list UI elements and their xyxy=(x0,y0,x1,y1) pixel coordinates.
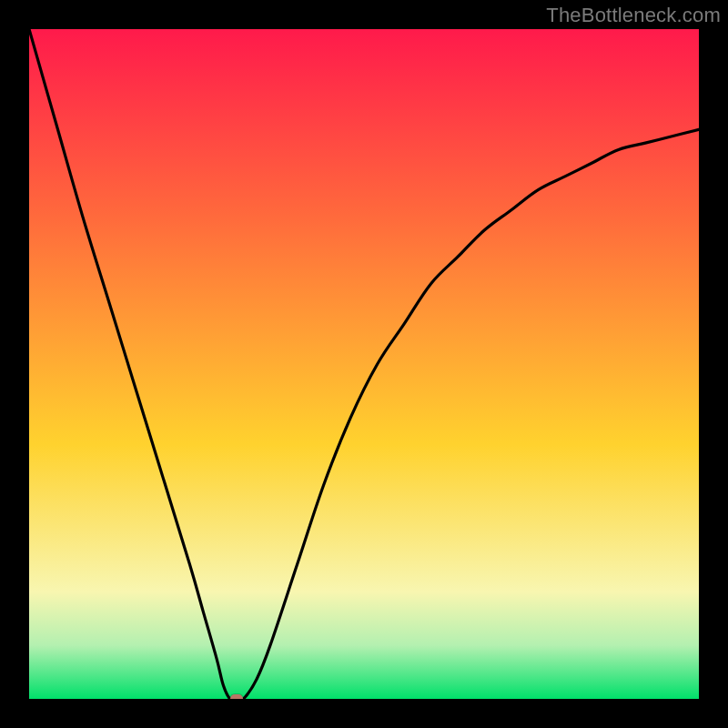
optimal-point-marker xyxy=(230,694,243,699)
bottleneck-curve xyxy=(29,29,699,699)
watermark-text: TheBottleneck.com xyxy=(546,4,721,27)
chart-frame: TheBottleneck.com xyxy=(0,0,728,728)
plot-area xyxy=(29,29,699,699)
